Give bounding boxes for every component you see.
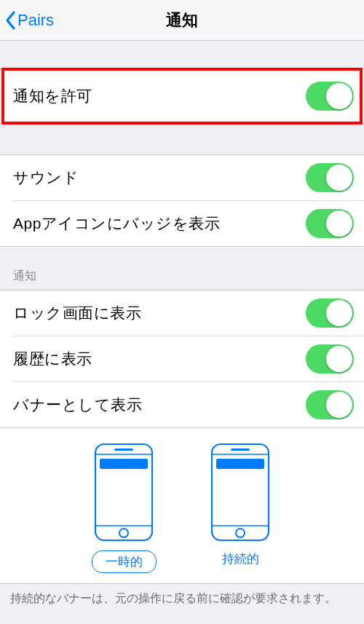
allow-toggle[interactable] bbox=[306, 82, 354, 111]
section-label: 通知 bbox=[0, 247, 364, 290]
banner-temporary-option[interactable]: 一時的 bbox=[91, 441, 157, 573]
lock-screen-row: ロック画面に表示 bbox=[0, 291, 364, 336]
lock-toggle[interactable] bbox=[306, 299, 354, 328]
display-group: ロック画面に表示 履歴に表示 バナーとして表示 bbox=[0, 290, 364, 428]
allow-notifications-row: 通知を許可 bbox=[0, 69, 364, 123]
banner-style-row: 一時的 持続的 bbox=[0, 428, 364, 584]
banner-temporary-label: 一時的 bbox=[92, 550, 157, 573]
badge-toggle[interactable] bbox=[306, 209, 354, 238]
banner-label: バナーとして表示 bbox=[13, 395, 142, 415]
svg-rect-5 bbox=[100, 459, 148, 469]
phone-temporary-icon bbox=[91, 441, 157, 543]
back-button[interactable]: Pairs bbox=[0, 10, 54, 31]
history-row: 履歴に表示 bbox=[0, 336, 364, 382]
history-label: 履歴に表示 bbox=[13, 349, 92, 369]
banner-toggle[interactable] bbox=[306, 390, 354, 419]
lock-label: ロック画面に表示 bbox=[13, 303, 141, 323]
svg-rect-7 bbox=[231, 449, 250, 451]
footer-text: 持続的なバナーは、元の操作に戻る前に確認が要求されます。 bbox=[0, 584, 364, 614]
sound-label: サウンド bbox=[13, 167, 79, 188]
header: Pairs 通知 bbox=[0, 0, 364, 41]
allow-group: 通知を許可 bbox=[0, 68, 364, 124]
banner-persistent-option[interactable]: 持続的 bbox=[207, 441, 273, 573]
back-label: Pairs bbox=[17, 11, 54, 30]
allow-label: 通知を許可 bbox=[13, 86, 92, 106]
history-toggle[interactable] bbox=[306, 344, 354, 374]
svg-rect-1 bbox=[114, 449, 133, 451]
sound-row: サウンド bbox=[0, 155, 364, 200]
badge-label: Appアイコンにバッジを表示 bbox=[13, 213, 220, 234]
svg-rect-11 bbox=[216, 459, 264, 469]
banner-persistent-label: 持続的 bbox=[222, 550, 259, 567]
banner-row: バナーとして表示 bbox=[0, 382, 364, 427]
phone-persistent-icon bbox=[207, 441, 273, 543]
sound-toggle[interactable] bbox=[306, 163, 354, 192]
page-title: 通知 bbox=[0, 9, 364, 31]
chevron-left-icon bbox=[4, 10, 17, 31]
svg-point-8 bbox=[236, 529, 245, 537]
svg-point-2 bbox=[119, 529, 128, 537]
badge-row: Appアイコンにバッジを表示 bbox=[0, 201, 364, 246]
sound-badge-group: サウンド Appアイコンにバッジを表示 bbox=[0, 154, 364, 247]
